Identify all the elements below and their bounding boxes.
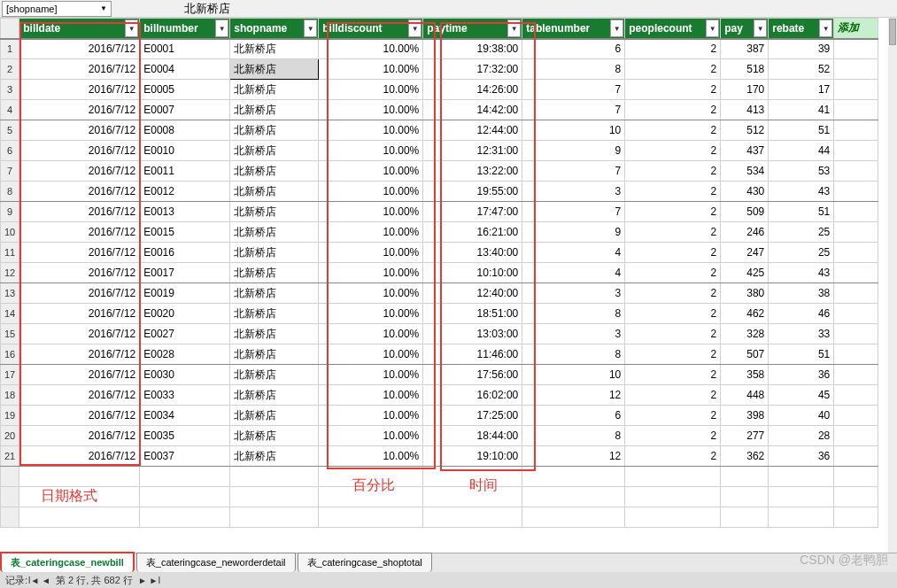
cell-billnumber[interactable]: E0034 [140,406,230,426]
cell-tablenumber[interactable]: 10 [522,120,625,141]
empty-row[interactable] [1,487,878,507]
cell-rebate[interactable]: 53 [769,161,834,182]
cell-billnumber[interactable]: E0028 [140,344,230,365]
cell-peoplecount[interactable]: 2 [625,283,721,304]
cell-billdiscount[interactable]: 10.00% [319,141,423,161]
cell-billdiscount[interactable]: 10.00% [319,426,423,446]
cell-billdate[interactable]: 2016/7/12 [19,324,140,344]
cell-peoplecount[interactable]: 2 [625,324,721,344]
cell-tablenumber[interactable]: 4 [522,243,625,263]
cell-extra[interactable] [834,141,878,161]
cell-billdate[interactable]: 2016/7/12 [19,263,140,283]
row-header[interactable]: 11 [1,243,19,263]
cell-peoplecount[interactable]: 2 [625,243,721,263]
cell-billdiscount[interactable]: 10.00% [319,120,423,141]
cell-billdiscount[interactable]: 10.00% [319,222,423,243]
cell-tablenumber[interactable]: 7 [522,80,625,100]
cell-shopname[interactable]: 北新桥店 [230,263,319,283]
cell-billdate[interactable]: 2016/7/12 [19,182,140,202]
vertical-scrollbar[interactable] [888,18,897,553]
cell-paytime[interactable]: 17:47:00 [423,202,522,222]
row-header[interactable]: 10 [1,222,19,243]
table-row[interactable]: 152016/7/12E0027北新桥店10.00%13:03:00323283… [1,324,878,344]
table-row[interactable]: 112016/7/12E0016北新桥店10.00%13:40:00422472… [1,243,878,263]
row-header[interactable]: 13 [1,283,19,304]
filter-dropdown-icon[interactable]: ▼ [125,19,138,37]
cell-paytime[interactable]: 17:56:00 [423,365,522,385]
cell-paytime[interactable]: 14:26:00 [423,80,522,100]
cell-billdate[interactable]: 2016/7/12 [19,161,140,182]
cell-peoplecount[interactable]: 2 [625,202,721,222]
cell-shopname[interactable]: 北新桥店 [230,222,319,243]
cell-shopname[interactable]: 北新桥店 [230,344,319,365]
cell-extra[interactable] [834,202,878,222]
cell-extra[interactable] [834,161,878,182]
cell-billdiscount[interactable]: 10.00% [319,80,423,100]
cell-shopname[interactable]: 北新桥店 [230,161,319,182]
cell-shopname[interactable]: 北新桥店 [230,59,319,80]
cell-billdiscount[interactable]: 10.00% [319,161,423,182]
cell-extra[interactable] [834,59,878,80]
cell-extra[interactable] [834,344,878,365]
table-row[interactable]: 122016/7/12E0017北新桥店10.00%10:10:00424254… [1,263,878,283]
cell-extra[interactable] [834,120,878,141]
cell-billdate[interactable]: 2016/7/12 [19,446,140,467]
cell-tablenumber[interactable]: 12 [522,446,625,467]
cell-paytime[interactable]: 11:46:00 [423,344,522,365]
cell-rebate[interactable]: 46 [769,304,834,324]
cell-rebate[interactable]: 36 [769,365,834,385]
cell-tablenumber[interactable]: 8 [522,344,625,365]
cell-peoplecount[interactable]: 2 [625,161,721,182]
scrollbar-thumb[interactable] [889,19,896,45]
table-row[interactable]: 192016/7/12E0034北新桥店10.00%17:25:00623984… [1,406,878,426]
cell-shopname[interactable]: 北新桥店 [230,39,319,59]
cell-pay[interactable]: 380 [721,283,769,304]
cell-rebate[interactable]: 25 [769,222,834,243]
cell-extra[interactable] [834,426,878,446]
data-grid[interactable]: billdate▼billnumber▼shopname▼billdiscoun… [0,18,897,528]
cell-shopname[interactable]: 北新桥店 [230,283,319,304]
cell-peoplecount[interactable]: 2 [625,100,721,120]
column-header-peoplecount[interactable]: peoplecount▼ [625,19,721,39]
cell-paytime[interactable]: 18:51:00 [423,304,522,324]
column-header-add[interactable]: 添加 [834,19,878,39]
cell-shopname[interactable]: 北新桥店 [230,120,319,141]
table-row[interactable]: 52016/7/12E0008北新桥店10.00%12:44:001025125… [1,120,878,141]
table-row[interactable]: 162016/7/12E0028北新桥店10.00%11:46:00825075… [1,344,878,365]
cell-shopname[interactable]: 北新桥店 [230,365,319,385]
cell-paytime[interactable]: 12:31:00 [423,141,522,161]
filter-dropdown-icon[interactable]: ▼ [706,19,719,37]
cell-pay[interactable]: 246 [721,222,769,243]
cell-paytime[interactable]: 13:03:00 [423,324,522,344]
cell-billdiscount[interactable]: 10.00% [319,283,423,304]
cell-extra[interactable] [834,446,878,467]
cell-extra[interactable] [834,39,878,59]
cell-paytime[interactable]: 19:38:00 [423,39,522,59]
cell-paytime[interactable]: 19:10:00 [423,446,522,467]
cell-shopname[interactable]: 北新桥店 [230,304,319,324]
cell-billdate[interactable]: 2016/7/12 [19,222,140,243]
cell-tablenumber[interactable]: 3 [522,283,625,304]
filter-dropdown-icon[interactable]: ▼ [507,19,521,37]
cell-peoplecount[interactable]: 2 [625,39,721,59]
row-header[interactable]: 15 [1,324,19,344]
cell-shopname[interactable]: 北新桥店 [230,385,319,406]
table-row[interactable]: 172016/7/12E0030北新桥店10.00%17:56:00102358… [1,365,878,385]
cell-paytime[interactable]: 19:55:00 [423,182,522,202]
corner-cell[interactable] [1,19,19,39]
column-header-billnumber[interactable]: billnumber▼ [140,19,230,39]
cell-shopname[interactable]: 北新桥店 [230,141,319,161]
cell-pay[interactable]: 358 [721,365,769,385]
cell-extra[interactable] [834,304,878,324]
cell-extra[interactable] [834,406,878,426]
cell-billdate[interactable]: 2016/7/12 [19,344,140,365]
name-box[interactable]: [shopname] ▼ [2,1,112,17]
cell-extra[interactable] [834,80,878,100]
cell-rebate[interactable]: 43 [769,182,834,202]
cell-billdate[interactable]: 2016/7/12 [19,406,140,426]
column-header-rebate[interactable]: rebate▼ [769,19,834,39]
cell-billnumber[interactable]: E0033 [140,385,230,406]
cell-paytime[interactable]: 12:40:00 [423,283,522,304]
cell-peoplecount[interactable]: 2 [625,365,721,385]
column-header-billdate[interactable]: billdate▼ [19,19,140,39]
